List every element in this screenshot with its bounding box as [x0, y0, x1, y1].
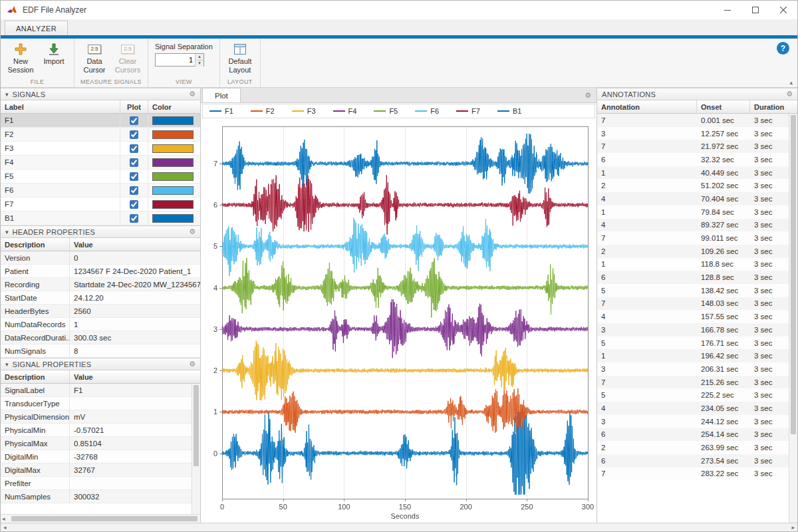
legend-item[interactable]: F1 — [209, 107, 233, 115]
table-row[interactable]: 470.404 sec3 sec — [597, 192, 789, 205]
status-right-arrow-icon[interactable]: ▸ — [791, 524, 795, 531]
tab-plot[interactable]: Plot — [202, 88, 241, 102]
table-row[interactable]: F3 — [1, 142, 200, 156]
table-row[interactable]: F5 — [1, 170, 200, 184]
toolstrip-collapse-icon[interactable]: ▴ — [789, 79, 793, 86]
table-row[interactable]: 5138.42 sec3 sec — [597, 284, 789, 297]
legend-item[interactable]: B1 — [497, 107, 521, 115]
table-row[interactable]: 2263.99 sec3 sec — [597, 441, 789, 454]
scroll-left-icon[interactable]: ◂ — [2, 515, 5, 523]
legend-item[interactable]: F5 — [374, 107, 398, 115]
table-row[interactable]: 140.449 sec3 sec — [597, 166, 789, 180]
color-swatch[interactable] — [152, 172, 194, 181]
table-row[interactable]: 489.327 sec3 sec — [597, 219, 789, 232]
status-left-arrow-icon[interactable]: ◂ — [3, 524, 7, 531]
gear-icon[interactable]: ⚙ — [189, 227, 196, 236]
signal-separation-input[interactable] — [156, 54, 195, 66]
legend-item[interactable]: F3 — [292, 107, 316, 115]
column-header-onset[interactable]: Onset — [697, 100, 750, 113]
table-row[interactable]: 6254.14 sec3 sec — [597, 428, 789, 442]
color-swatch[interactable] — [152, 144, 194, 153]
scrollbar-thumb[interactable] — [11, 516, 198, 521]
table-row[interactable]: 5176.71 sec3 sec — [597, 336, 789, 350]
table-row[interactable]: 3244.12 sec3 sec — [597, 415, 789, 428]
column-header-value[interactable]: Value — [70, 238, 200, 251]
color-swatch[interactable] — [152, 158, 194, 167]
plot-checkbox[interactable] — [130, 130, 138, 139]
color-swatch[interactable] — [152, 186, 194, 195]
column-header-duration[interactable]: Duration — [750, 100, 797, 113]
column-header-plot[interactable]: Plot — [120, 100, 148, 113]
table-row[interactable]: 1196.42 sec3 sec — [597, 349, 789, 362]
table-row[interactable]: 2109.26 sec3 sec — [597, 245, 789, 258]
legend-item[interactable]: F7 — [456, 107, 480, 115]
legend-item[interactable]: F6 — [415, 107, 439, 115]
column-header-description[interactable]: Description — [1, 370, 70, 383]
table-row[interactable]: 7215.26 sec3 sec — [597, 376, 789, 389]
table-row[interactable]: 251.202 sec3 sec — [597, 179, 789, 192]
gear-icon[interactable]: ⚙ — [189, 360, 196, 368]
scrollbar-thumb[interactable] — [194, 385, 199, 466]
table-row[interactable]: 7148.03 sec3 sec — [597, 297, 789, 311]
table-row[interactable]: B1 — [1, 211, 200, 225]
table-row[interactable]: F2 — [1, 128, 200, 142]
table-row[interactable]: 6273.54 sec3 sec — [597, 454, 789, 467]
plot-checkbox[interactable] — [130, 186, 138, 195]
legend-item[interactable]: F2 — [251, 107, 275, 115]
table-row[interactable]: 179.84 sec3 sec — [597, 205, 789, 219]
plot-checkbox[interactable] — [130, 200, 138, 209]
signal-properties-panel-header[interactable]: ▾ SIGNAL PROPERTIES ⚙ — [1, 358, 200, 370]
column-header-annotation[interactable]: Annotation — [597, 100, 697, 113]
collapse-arrow-icon[interactable]: ▾ — [5, 91, 9, 98]
color-swatch[interactable] — [152, 116, 194, 125]
table-row[interactable]: 3166.78 sec3 sec — [597, 323, 789, 336]
table-row[interactable]: 1118.8 sec3 sec — [597, 258, 789, 271]
table-row[interactable]: 5225.2 sec3 sec — [597, 388, 789, 402]
table-row[interactable]: 799.011 sec3 sec — [597, 231, 789, 245]
plot-checkbox[interactable] — [130, 116, 138, 125]
tab-analyzer[interactable]: ANALYZER — [5, 21, 68, 35]
plot-checkbox[interactable] — [130, 172, 138, 181]
table-row[interactable]: 7283.22 sec3 sec — [597, 467, 789, 481]
table-row[interactable]: F1 — [1, 114, 200, 128]
table-row[interactable]: F4 — [1, 156, 200, 170]
color-swatch[interactable] — [152, 214, 194, 223]
gear-icon[interactable]: ⚙ — [189, 90, 196, 98]
column-header-description[interactable]: Description — [1, 238, 70, 251]
column-header-color[interactable]: Color — [148, 100, 200, 113]
gear-icon[interactable]: ⚙ — [786, 90, 793, 98]
table-row[interactable]: 3206.31 sec3 sec — [597, 362, 789, 376]
data-cursor-button[interactable]: 2.5 Data Cursor — [78, 41, 110, 74]
new-session-button[interactable]: New Session — [5, 41, 37, 74]
scrollbar-thumb[interactable] — [791, 115, 796, 434]
table-row[interactable]: F6 — [1, 184, 200, 198]
help-button[interactable]: ? — [777, 42, 789, 55]
plot-canvas[interactable] — [201, 118, 597, 523]
minimize-button[interactable] — [714, 1, 741, 19]
column-header-value[interactable]: Value — [70, 370, 200, 383]
close-button[interactable] — [769, 1, 797, 19]
table-row[interactable]: 4157.55 sec3 sec — [597, 310, 789, 323]
gear-icon[interactable]: ⚙ — [585, 91, 591, 100]
default-layout-button[interactable]: Default Layout — [224, 41, 256, 74]
table-row[interactable]: 312.257 sec3 sec — [597, 127, 789, 140]
spin-up-button[interactable]: ▲ — [196, 54, 203, 61]
table-row[interactable]: 721.972 sec3 sec — [597, 140, 789, 153]
color-swatch[interactable] — [152, 130, 194, 139]
header-properties-panel-header[interactable]: ▾ HEADER PROPERTIES ⚙ — [1, 225, 200, 238]
table-row[interactable]: 4234.05 sec3 sec — [597, 402, 789, 415]
collapse-arrow-icon[interactable]: ▾ — [5, 229, 9, 235]
color-swatch[interactable] — [152, 200, 194, 209]
plot-checkbox[interactable] — [130, 158, 138, 167]
plot-checkbox[interactable] — [130, 144, 138, 153]
signals-panel-header[interactable]: ▾ SIGNALS ⚙ — [1, 88, 200, 100]
table-row[interactable]: 632.32 sec3 sec — [597, 153, 789, 166]
legend-item[interactable]: F4 — [333, 107, 357, 115]
annotations-scrollbar[interactable] — [789, 114, 797, 523]
table-row[interactable]: 70.001 sec3 sec — [597, 114, 789, 127]
signal-properties-scrollbar[interactable] — [192, 384, 200, 514]
spin-down-button[interactable]: ▼ — [196, 61, 203, 66]
table-row[interactable]: 6128.8 sec3 sec — [597, 271, 789, 284]
import-button[interactable]: Import — [38, 41, 70, 66]
left-panel-hscrollbar[interactable]: ◂ — [1, 514, 200, 523]
